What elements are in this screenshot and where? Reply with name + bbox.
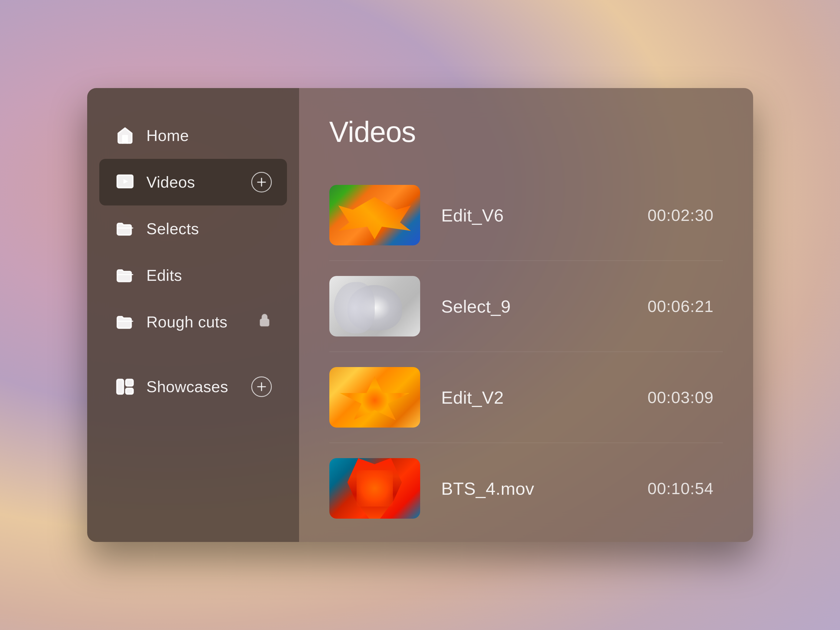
video-duration-3: 00:03:09 (647, 388, 714, 407)
video-duration-4: 00:10:54 (647, 479, 714, 498)
video-list: Edit_V6 00:02:30 Select_9 00:06:21 Edit_… (329, 170, 723, 534)
sidebar-selects-label: Selects (147, 220, 272, 238)
video-thumbnail-3 (329, 367, 420, 428)
sidebar-item-home[interactable]: Home (99, 112, 287, 159)
video-thumbnail-4 (329, 458, 420, 519)
add-showcase-button[interactable] (251, 376, 272, 397)
sidebar: Home Videos (87, 88, 299, 542)
video-name-1: Edit_V6 (441, 205, 627, 225)
video-item-edit-v2[interactable]: Edit_V2 00:03:09 (329, 352, 723, 443)
sidebar-item-videos[interactable]: Videos (99, 159, 287, 205)
sidebar-videos-label: Videos (147, 173, 240, 191)
home-icon (114, 125, 136, 146)
folder-roughcuts-icon (114, 311, 136, 332)
sidebar-item-showcases[interactable]: Showcases (99, 364, 287, 410)
video-thumbnail-1 (329, 185, 420, 246)
video-item-select-9[interactable]: Select_9 00:06:21 (329, 261, 723, 352)
sidebar-divider (99, 345, 287, 364)
app-window: Home Videos (87, 88, 753, 542)
sidebar-item-rough-cuts[interactable]: Rough cuts (99, 299, 287, 345)
main-content: Videos Edit_V6 00:02:30 Select_9 00:06:2… (299, 88, 753, 542)
svg-rect-5 (117, 380, 123, 394)
sidebar-edits-label: Edits (147, 266, 272, 284)
add-video-button[interactable] (251, 172, 272, 192)
showcase-icon (114, 376, 136, 397)
video-duration-1: 00:02:30 (647, 206, 714, 225)
sidebar-showcases-label: Showcases (147, 378, 240, 396)
sidebar-item-edits[interactable]: Edits (99, 252, 287, 299)
video-name-2: Select_9 (441, 296, 627, 317)
video-name-4: BTS_4.mov (441, 479, 627, 499)
video-thumbnail-2 (329, 276, 420, 337)
svg-rect-6 (126, 380, 133, 386)
lock-icon (257, 313, 272, 331)
video-name-3: Edit_V2 (441, 387, 627, 408)
video-item-bts-4[interactable]: BTS_4.mov 00:10:54 (329, 443, 723, 534)
video-item-edit-v6[interactable]: Edit_V6 00:02:30 (329, 170, 723, 261)
sidebar-roughcuts-label: Rough cuts (147, 313, 246, 331)
folder-edits-icon (114, 265, 136, 286)
svg-rect-7 (126, 388, 133, 394)
sidebar-item-selects[interactable]: Selects (99, 205, 287, 252)
sidebar-home-label: Home (147, 126, 272, 145)
page-title: Videos (329, 115, 723, 148)
video-duration-2: 00:06:21 (647, 297, 714, 316)
svg-rect-4 (261, 319, 269, 326)
video-icon (114, 172, 136, 193)
folder-selects-icon (114, 218, 136, 239)
